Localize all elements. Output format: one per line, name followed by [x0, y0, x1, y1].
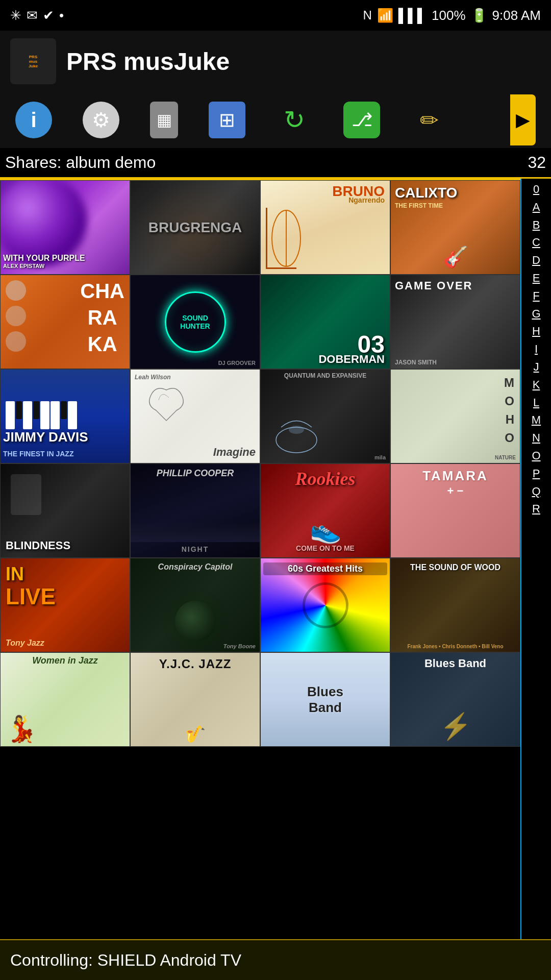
- album-tamara[interactable]: TAMARA + −: [390, 463, 520, 558]
- alpha-C[interactable]: C: [532, 234, 540, 252]
- album-yjc-jazz[interactable]: Y.J.C. JAZZ 🎷: [130, 652, 260, 747]
- album-phillip-cooper[interactable]: PHILLIP COOPER NIGHT: [130, 463, 260, 558]
- shares-bar: Shares: album demo 32: [0, 148, 551, 179]
- app-title: PRS musJuke: [66, 47, 230, 76]
- album-game-over[interactable]: GAME OVER JASON SMITH: [390, 275, 520, 369]
- alpha-I[interactable]: I: [535, 340, 538, 358]
- alpha-Q[interactable]: Q: [532, 483, 540, 501]
- album-chakara[interactable]: CHARAKA: [0, 275, 130, 369]
- status-icons-left: ✳ ✉ ✔ •: [10, 8, 64, 23]
- edit-button[interactable]: ✏: [411, 102, 447, 138]
- alpha-F[interactable]: F: [533, 287, 539, 305]
- shares-label: Shares: album demo: [5, 153, 156, 172]
- app-logo: PRSmusJuke: [10, 38, 56, 84]
- alpha-0[interactable]: 0: [533, 181, 539, 199]
- alpha-A[interactable]: A: [533, 199, 540, 216]
- album-moho[interactable]: MOHO NATURE: [390, 369, 520, 463]
- controlling-text: Controlling: SHIELD Android TV: [10, 951, 241, 970]
- share-icon: ⎇: [352, 109, 372, 131]
- grid-icon: ⊞: [219, 109, 235, 131]
- settings-button[interactable]: ⚙: [83, 102, 119, 138]
- album-imagine[interactable]: Imagine Leah Wilson: [130, 369, 260, 463]
- alpha-P[interactable]: P: [533, 465, 540, 483]
- album-doberman[interactable]: 03 DOBERMAN: [260, 275, 390, 369]
- album-60s-hits[interactable]: 60s Greatest Hits: [260, 558, 390, 652]
- alphabet-sidebar: 0 A B C D E F G H I J K L M N O P Q R: [520, 179, 551, 939]
- album-blues-band-2[interactable]: Blues Band ⚡: [390, 652, 520, 747]
- share-button[interactable]: ⎇: [343, 102, 380, 138]
- gear-icon: ⚙: [92, 108, 110, 132]
- album-rookies[interactable]: Rookies COME ON TO ME 👟: [260, 463, 390, 558]
- main-content: WITH YOUR PURPLE ALEX EPISTAW BRUGRENGA …: [0, 179, 551, 939]
- shares-count: 32: [528, 153, 546, 172]
- alpha-J[interactable]: J: [534, 358, 539, 376]
- alpha-K[interactable]: K: [533, 376, 540, 394]
- album-grid: WITH YOUR PURPLE ALEX EPISTAW BRUGRENGA …: [0, 179, 520, 939]
- album-calixto[interactable]: CALIXTO THE FIRST TIME 🎸: [390, 180, 520, 275]
- time-text: 9:08 AM: [492, 8, 541, 23]
- sound-hunter-ring: SOUNDHUNTER: [165, 291, 226, 353]
- album-jimmy-davis[interactable]: JIMMY DAVIS THE FINEST IN JAZZ: [0, 369, 130, 463]
- bottom-bar: Controlling: SHIELD Android TV: [0, 939, 551, 980]
- battery-icon: 🔋: [471, 8, 487, 23]
- nfc-icon: N: [363, 8, 371, 22]
- alpha-L[interactable]: L: [533, 394, 539, 412]
- alpha-H[interactable]: H: [532, 323, 540, 340]
- toolbar: i ⚙ ▦ ⊞ ↻ ⎇ ✏ ▶: [0, 92, 551, 148]
- info-icon: i: [31, 109, 36, 132]
- alpha-D[interactable]: D: [532, 252, 540, 270]
- album-sound-of-wood[interactable]: THE SOUND OF WOOD Frank Jones • Chris Do…: [390, 558, 520, 652]
- email-status-icon: ✉: [27, 8, 38, 23]
- alpha-G[interactable]: G: [532, 305, 540, 323]
- app-header: PRSmusJuke PRS musJuke: [0, 31, 551, 92]
- grid-button[interactable]: ⊞: [209, 102, 245, 138]
- album-in-live[interactable]: IN LIVE Tony Jazz: [0, 558, 130, 652]
- album-brugrenga[interactable]: BRUGRENGA: [130, 180, 260, 275]
- alpha-N[interactable]: N: [532, 429, 540, 447]
- remote-button[interactable]: ▦: [150, 102, 178, 138]
- battery-text: 100%: [432, 8, 466, 23]
- alpha-E[interactable]: E: [533, 270, 540, 287]
- alpha-M[interactable]: M: [532, 411, 541, 429]
- settings-status-icon: ✳: [10, 8, 21, 23]
- status-icons-right: N 📶 ▌▌▌ 100% 🔋 9:08 AM: [363, 8, 541, 23]
- info-button[interactable]: i: [15, 102, 52, 138]
- album-quantum[interactable]: QUANTUM AND EXPANSIVE mila: [260, 369, 390, 463]
- dot-icon: •: [59, 8, 64, 23]
- album-blindness[interactable]: BLINDNESS: [0, 463, 130, 558]
- arrow-right-icon: ▶: [516, 109, 530, 131]
- album-bruno[interactable]: BRUNO Ngarrendo: [260, 180, 390, 275]
- refresh-button[interactable]: ↻: [276, 102, 313, 138]
- arrow-button[interactable]: ▶: [510, 94, 536, 145]
- remote-icon: ▦: [157, 110, 172, 130]
- album-with-your-purple[interactable]: WITH YOUR PURPLE ALEX EPISTAW: [0, 180, 130, 275]
- wifi-icon: 📶: [377, 8, 393, 23]
- album-women-jazz[interactable]: Women in Jazz 💃: [0, 652, 130, 747]
- pencil-icon: ✏: [420, 107, 439, 133]
- svg-point-3: [289, 426, 304, 434]
- alpha-B[interactable]: B: [533, 216, 540, 234]
- status-bar: ✳ ✉ ✔ • N 📶 ▌▌▌ 100% 🔋 9:08 AM: [0, 0, 551, 31]
- album-conspiracy[interactable]: Conspiracy Capitol Tony Boone: [130, 558, 260, 652]
- task-status-icon: ✔: [43, 8, 54, 23]
- refresh-icon: ↻: [284, 105, 305, 135]
- signal-icon: ▌▌▌: [398, 8, 427, 23]
- alpha-R[interactable]: R: [532, 500, 540, 518]
- alpha-O[interactable]: O: [532, 447, 540, 465]
- album-sound-hunter[interactable]: SOUNDHUNTER DJ GROOVER: [130, 275, 260, 369]
- album-blues-band-1[interactable]: Blues Band: [260, 652, 390, 747]
